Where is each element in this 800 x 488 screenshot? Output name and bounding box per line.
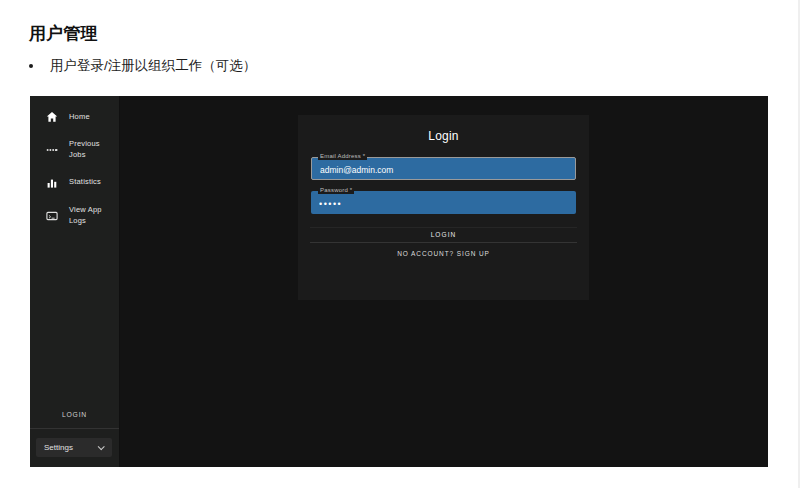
sidebar-item-label: View App Logs xyxy=(69,205,115,227)
password-input[interactable] xyxy=(311,191,576,214)
password-field-label: Password * xyxy=(318,187,354,194)
statistics-icon xyxy=(46,177,58,189)
app-logs-icon xyxy=(46,210,58,222)
chevron-down-icon xyxy=(98,443,105,450)
settings-dropdown[interactable]: Settings xyxy=(36,438,112,457)
sidebar-item-label: Previous Jobs xyxy=(69,139,115,161)
login-card-title: Login xyxy=(298,129,589,143)
sidebar: Home Previous Jobs Statistics xyxy=(30,96,120,467)
password-field-group: Password * xyxy=(311,191,576,214)
app-screenshot: Home Previous Jobs Statistics xyxy=(30,96,768,467)
sidebar-item-statistics[interactable]: Statistics xyxy=(30,169,119,197)
sidebar-item-label: Home xyxy=(69,112,90,123)
email-field-label: Email Address * xyxy=(318,153,367,160)
previous-jobs-icon xyxy=(46,144,58,156)
login-card: Login Email Address * Password * LOGIN N… xyxy=(298,115,589,300)
sidebar-nav: Home Previous Jobs Statistics xyxy=(30,96,119,235)
page-title: 用户管理 xyxy=(29,22,98,45)
settings-dropdown-label: Settings xyxy=(44,443,73,452)
signup-link[interactable]: NO ACCOUNT? SIGN UP xyxy=(298,250,589,257)
login-submit-button[interactable]: LOGIN xyxy=(310,227,577,243)
email-input[interactable] xyxy=(311,157,576,180)
home-icon xyxy=(46,111,58,123)
sidebar-divider xyxy=(30,428,119,429)
sidebar-spacer xyxy=(30,235,119,407)
sidebar-item-label: Statistics xyxy=(69,177,101,188)
sidebar-item-previous-jobs[interactable]: Previous Jobs xyxy=(30,131,119,169)
app-main-area: Login Email Address * Password * LOGIN N… xyxy=(120,96,768,467)
email-field-group: Email Address * xyxy=(311,157,576,180)
doc-bullet-item: 用户登录/注册以组织工作（可选） xyxy=(44,56,256,76)
sidebar-item-home[interactable]: Home xyxy=(30,103,119,131)
doc-bullet-list: 用户登录/注册以组织工作（可选） xyxy=(30,56,256,76)
login-fields: Email Address * Password * xyxy=(298,157,589,214)
sidebar-item-view-app-logs[interactable]: View App Logs xyxy=(30,197,119,235)
sidebar-login-button[interactable]: LOGIN xyxy=(30,406,119,428)
